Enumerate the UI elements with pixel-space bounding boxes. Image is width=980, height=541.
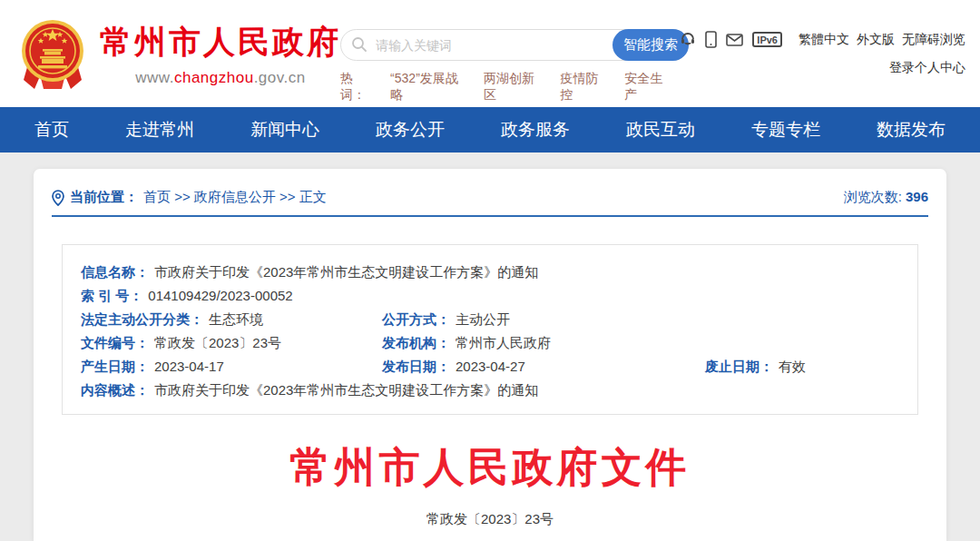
site-title: 常州市人民政府 [100, 21, 341, 64]
publish-date-label: 发布日期： [382, 355, 450, 379]
view-count: 浏览次数:396 [844, 189, 928, 206]
smart-search-button[interactable]: 智能搜索 [612, 29, 689, 61]
main-nav: 首页 走进常州 新闻中心 政务公开 政务服务 政民互动 专题专栏 数据发布 [0, 107, 980, 152]
breadcrumb-label: 当前位置： [70, 189, 138, 206]
disclosure-method-label: 公开方式： [382, 308, 450, 331]
hot-word-link[interactable]: “532”发展战略 [390, 71, 469, 103]
location-pin-icon [52, 190, 64, 206]
expire-date-value: 有效 [779, 355, 806, 379]
foreign-language-link[interactable]: 外文版 [857, 32, 895, 48]
site-url: www.changzhou.gov.cn [100, 69, 341, 87]
header-utility-area: IPv6 繁體中文 外文版 无障碍浏览 登录个人中心 [680, 31, 965, 76]
search-icon [351, 36, 368, 53]
doc-number-label: 文件编号： [81, 331, 149, 355]
breadcrumb-divider [52, 215, 928, 217]
site-logo-link[interactable]: 常州市人民政府 www.changzhou.gov.cn [16, 16, 341, 91]
content-card: 当前位置： 首页 >> 政府信息公开 >> 正文 浏览次数:396 信息名称： … [34, 169, 946, 541]
ipv6-badge[interactable]: IPv6 [752, 32, 782, 47]
view-count-value: 396 [906, 189, 928, 204]
info-name-value: 市政府关于印发《2023年常州市生态文明建设工作方案》的通知 [154, 261, 538, 284]
create-date-value: 2023-04-17 [154, 355, 224, 379]
brand-text: 常州市人民政府 www.changzhou.gov.cn [100, 21, 341, 87]
create-date-label: 产生日期： [81, 355, 149, 379]
summary-label: 内容概述： [81, 379, 149, 402]
nav-item-about-changzhou[interactable]: 走进常州 [125, 118, 194, 142]
traditional-chinese-link[interactable]: 繁體中文 [799, 32, 849, 48]
nav-item-public-interaction[interactable]: 政民互动 [626, 118, 695, 142]
mobile-icon[interactable] [705, 31, 717, 48]
site-header: 常州市人民政府 www.changzhou.gov.cn 智能搜索 热词： “5… [0, 0, 980, 107]
login-personal-center-link[interactable]: 登录个人中心 [889, 60, 965, 74]
document-title: 常州市人民政府文件 [34, 440, 946, 495]
summary-value: 市政府关于印发《2023年常州市生态文明建设工作方案》的通知 [154, 379, 538, 402]
hot-words-label: 热词： [340, 71, 377, 103]
expire-date-label: 废止日期： [705, 355, 773, 379]
nav-item-data-release[interactable]: 数据发布 [877, 118, 946, 142]
doc-number-value: 常政发〔2023〕23号 [154, 331, 281, 355]
hot-word-link[interactable]: 疫情防控 [560, 71, 610, 103]
table-row: 内容概述： 市政府关于印发《2023年常州市生态文明建设工作方案》的通知 [81, 379, 899, 402]
issuing-agency-label: 发布机构： [382, 331, 450, 355]
document-info-table: 信息名称： 市政府关于印发《2023年常州市生态文明建设工作方案》的通知 索 引… [62, 244, 918, 415]
search-area: 智能搜索 热词： “532”发展战略 两湖创新区 疫情防控 安全生产 [340, 29, 689, 103]
disclosure-method-value: 主动公开 [456, 308, 510, 331]
nav-item-home[interactable]: 首页 [34, 118, 69, 142]
nav-item-gov-disclosure[interactable]: 政务公开 [376, 118, 445, 142]
document-number: 常政发〔2023〕23号 [34, 511, 946, 528]
mail-icon[interactable] [726, 34, 743, 46]
index-number-value: 014109429/2023-00052 [148, 284, 292, 308]
hot-words: 热词： “532”发展战略 两湖创新区 疫情防控 安全生产 [340, 71, 689, 103]
index-number-label: 索 引 号： [81, 284, 142, 308]
table-row: 法定主动公开分类： 生态环境 公开方式： 主动公开 [81, 308, 899, 331]
table-row: 索 引 号： 014109429/2023-00052 [81, 284, 899, 308]
publish-date-value: 2023-04-27 [456, 355, 525, 379]
breadcrumb-path[interactable]: 首页 >> 政府信息公开 >> 正文 [143, 189, 327, 206]
page-body: 当前位置： 首页 >> 政府信息公开 >> 正文 浏览次数:396 信息名称： … [0, 152, 980, 541]
accessibility-link[interactable]: 无障碍浏览 [902, 32, 965, 48]
voice-assistant-icon[interactable] [680, 32, 696, 48]
hot-word-link[interactable]: 安全生产 [624, 71, 674, 103]
info-name-label: 信息名称： [81, 261, 149, 284]
table-row: 信息名称： 市政府关于印发《2023年常州市生态文明建设工作方案》的通知 [81, 261, 899, 284]
category-value: 生态环境 [209, 308, 263, 331]
issuing-agency-value: 常州市人民政府 [456, 331, 551, 355]
category-label: 法定主动公开分类： [81, 308, 203, 331]
nav-item-special-topics[interactable]: 专题专栏 [751, 118, 820, 142]
hot-word-link[interactable]: 两湖创新区 [484, 71, 546, 103]
nav-item-gov-services[interactable]: 政务服务 [501, 118, 570, 142]
table-row: 产生日期： 2023-04-17 发布日期： 2023-04-27 废止日期： … [81, 355, 899, 379]
nav-item-news-center[interactable]: 新闻中心 [250, 118, 319, 142]
breadcrumb-bar: 当前位置： 首页 >> 政府信息公开 >> 正文 浏览次数:396 [34, 169, 946, 206]
national-emblem-icon [16, 16, 89, 91]
table-row: 文件编号： 常政发〔2023〕23号 发布机构： 常州市人民政府 [81, 331, 899, 355]
